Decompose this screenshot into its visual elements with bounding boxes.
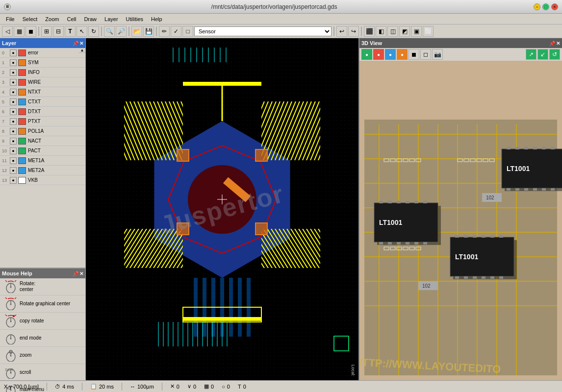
layer-visibility[interactable]: ●	[10, 69, 17, 76]
layer-visibility[interactable]: ●	[10, 98, 17, 105]
menu-cell[interactable]: Cell	[63, 15, 80, 23]
layer-panel-close[interactable]: ✕	[79, 41, 83, 46]
3d-canvas[interactable]	[359, 61, 562, 380]
layer-visibility[interactable]: ●	[10, 89, 17, 96]
layer-number: 6	[2, 109, 10, 114]
layer-row[interactable]: 5 ● CTXT	[0, 97, 85, 107]
3d-color4-btn[interactable]: ●	[397, 49, 408, 60]
select-tool-btn[interactable]: ◁	[2, 26, 13, 37]
3d-view-close[interactable]: ✕	[556, 41, 560, 46]
layer-name: POL1A	[28, 128, 44, 134]
layer-visibility[interactable]: ●	[10, 49, 17, 56]
layer-row[interactable]: 12 ● MET2A	[0, 166, 85, 175]
layer-visibility[interactable]: ●	[10, 128, 17, 135]
text-btn[interactable]: T	[65, 26, 76, 37]
layer-visibility[interactable]: ●	[10, 118, 17, 125]
3d-nav1-btn[interactable]: ↗	[526, 49, 536, 60]
menu-file[interactable]: File	[2, 15, 19, 23]
3d-render-canvas[interactable]	[359, 61, 562, 380]
box-btn[interactable]: □	[182, 26, 193, 37]
layer-visibility[interactable]: ●	[10, 138, 17, 145]
layer-row[interactable]: 7 ● PTXT	[0, 117, 85, 126]
3d-view-mode1[interactable]: ◼	[409, 49, 419, 60]
menu-select[interactable]: Select	[19, 15, 42, 23]
layer-visibility[interactable]: ●	[10, 79, 17, 86]
status-scale-value: 100µm	[137, 384, 154, 390]
grid-btn[interactable]: ⊞	[41, 26, 52, 37]
save-btn[interactable]: 💾	[143, 26, 154, 37]
layer-row[interactable]: 8 ● POL1A	[0, 126, 85, 136]
zoom-in-btn[interactable]: 🔍	[104, 26, 115, 37]
svg-point-12	[10, 338, 12, 340]
view5-btn[interactable]: ▣	[411, 26, 422, 37]
layer-row[interactable]: 9 ● NACT	[0, 136, 85, 146]
pencil-btn[interactable]: ✏	[159, 26, 170, 37]
layer-visibility[interactable]: ●	[10, 177, 17, 184]
view1-btn[interactable]: ⬛	[364, 26, 375, 37]
view4-btn[interactable]: ◩	[399, 26, 410, 37]
close-button[interactable]: ×	[551, 3, 558, 10]
menu-layer[interactable]: Layer	[101, 15, 122, 23]
undo-btn[interactable]: ↩	[336, 26, 347, 37]
3d-screenshot-btn[interactable]: 📷	[432, 49, 443, 60]
3d-color3-btn[interactable]: ●	[385, 49, 396, 60]
layer-row[interactable]: 1 ● SYM	[0, 58, 85, 68]
mouse-help-label: Rotate:center	[20, 281, 35, 293]
view3-btn[interactable]: ◫	[387, 26, 398, 37]
layer-number: 3	[2, 80, 10, 85]
menu-draw[interactable]: Draw	[80, 15, 101, 23]
maximize-button[interactable]: □	[542, 3, 549, 10]
menubar: File Select Zoom Cell Draw Layer Utiliti…	[0, 14, 562, 24]
layer-row[interactable]: 0 ● error	[0, 48, 85, 58]
schematic-canvas[interactable]	[86, 38, 358, 380]
mouse-help-icon	[2, 314, 20, 328]
layer-visibility[interactable]: ●	[10, 147, 17, 154]
minimize-button[interactable]: −	[534, 3, 540, 10]
3d-color2-btn[interactable]: ●	[373, 49, 384, 60]
3d-nav2-btn[interactable]: ↙	[537, 49, 548, 60]
mouse-svg	[4, 297, 18, 310]
mouse-help-icon: SCR	[2, 365, 20, 380]
menu-help[interactable]: Help	[147, 15, 166, 23]
layer-visibility[interactable]: ●	[10, 108, 17, 115]
view6-btn[interactable]: ⬜	[423, 26, 434, 37]
sensor-dropdown[interactable]: Sensor	[194, 26, 332, 36]
crosshatch-btn[interactable]: ▦	[14, 26, 25, 37]
mouse-help-pin[interactable]: 📌	[73, 271, 78, 276]
layer-row[interactable]: 3 ● WIRE	[0, 77, 85, 87]
layer-row[interactable]: 11 ● MET1A	[0, 156, 85, 166]
status-sep1	[47, 383, 47, 391]
view2-btn[interactable]: ◧	[376, 26, 386, 37]
status-val2-value: 0	[193, 384, 196, 390]
layer-scroll-up[interactable]: ▲	[79, 48, 85, 53]
rotate-btn[interactable]: ↻	[88, 26, 99, 37]
mouse-help-item: Rotate:center	[0, 278, 85, 295]
layer-row[interactable]: 13 ● VKB	[0, 175, 85, 185]
tb-sep2	[101, 26, 102, 36]
grid2-btn[interactable]: ⊟	[53, 26, 64, 37]
3d-view-pin[interactable]: 📌	[549, 41, 555, 46]
layer-number: 8	[2, 129, 10, 134]
layer-row[interactable]: 6 ● DTXT	[0, 107, 85, 117]
main-canvas-area[interactable]: Local: Juspertor	[86, 38, 358, 380]
mouse-help-icon	[2, 331, 20, 345]
redo-btn[interactable]: ↪	[348, 26, 359, 37]
layer-row[interactable]: 2 ● INFO	[0, 68, 85, 77]
mouse-help-close[interactable]: ✕	[79, 271, 83, 276]
layer-row[interactable]: 10 ● PACT	[0, 146, 85, 156]
pointer-btn[interactable]: ↖	[77, 26, 87, 37]
3d-view-mode2[interactable]: ◻	[420, 49, 431, 60]
3d-nav3-btn[interactable]: ↺	[549, 49, 560, 60]
layer-panel-pin[interactable]: 📌	[73, 41, 78, 46]
mark-btn[interactable]: ✓	[171, 26, 181, 37]
open-btn[interactable]: 📂	[131, 26, 142, 37]
menu-zoom[interactable]: Zoom	[41, 15, 63, 23]
fill-btn[interactable]: ◼	[26, 26, 36, 37]
3d-color1-btn[interactable]: ●	[361, 49, 372, 60]
zoom-out-btn[interactable]: 🔎	[116, 26, 127, 37]
layer-visibility[interactable]: ●	[10, 59, 17, 66]
layer-row[interactable]: 4 ● NTXT	[0, 87, 85, 97]
layer-visibility[interactable]: ●	[10, 157, 17, 164]
menu-utilities[interactable]: Utilities	[122, 15, 147, 23]
layer-visibility[interactable]: ●	[10, 167, 17, 174]
